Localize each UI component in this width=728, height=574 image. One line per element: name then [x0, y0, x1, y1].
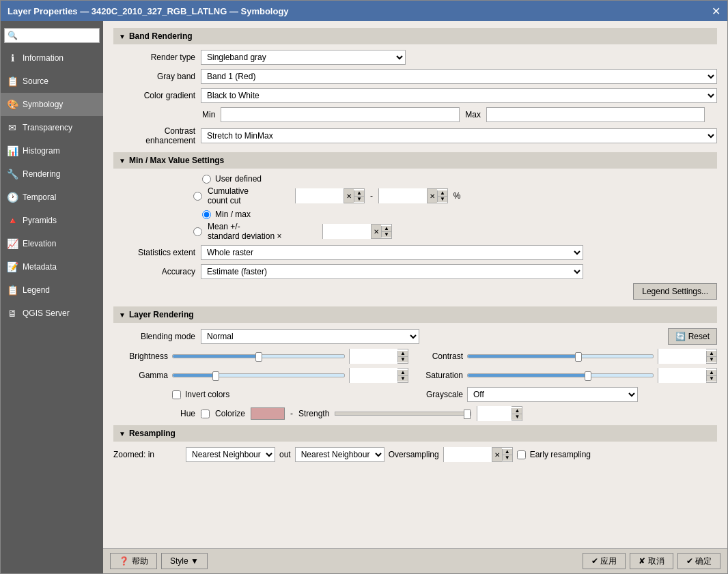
- gamma-input[interactable]: 1.00: [350, 368, 397, 383]
- strength-thumb[interactable]: [464, 410, 471, 419]
- sidebar-item-metadata[interactable]: 📝 Metadata: [1, 255, 103, 278]
- early-resampling-checkbox[interactable]: [517, 450, 526, 459]
- sidebar-label-source: Source: [23, 76, 48, 86]
- statistics-extent-select[interactable]: Whole raster: [201, 245, 583, 260]
- cumulative-max-clear[interactable]: ✕: [427, 189, 437, 203]
- brightness-label: Brightness: [113, 351, 168, 361]
- brightness-down[interactable]: ▼: [398, 357, 408, 362]
- color-gradient-select[interactable]: Black to White: [201, 88, 717, 103]
- grayscale-select[interactable]: Off: [467, 387, 638, 402]
- cumulative-min-down[interactable]: ▼: [354, 197, 364, 202]
- mean-stddev-label: Mean +/- standard deviation ×: [208, 222, 317, 241]
- cumulative-radio[interactable]: [193, 192, 202, 201]
- cumulative-min-clear[interactable]: ✕: [344, 189, 354, 203]
- brightness-input[interactable]: 0: [350, 349, 397, 364]
- render-type-select[interactable]: Singleband gray: [201, 50, 406, 65]
- sidebar-item-information[interactable]: ℹ Information: [1, 46, 103, 70]
- gamma-slider-row: [172, 373, 345, 377]
- titlebar: Layer Properties — 3420C_2010_327_RGB_LA…: [1, 1, 727, 21]
- sidebar-item-histogram[interactable]: 📊 Histogram: [1, 139, 103, 162]
- invert-colors-checkbox[interactable]: [172, 390, 181, 399]
- colorize-color-picker[interactable]: [251, 407, 285, 420]
- resampling-header[interactable]: ▼ Resampling: [113, 425, 717, 442]
- blending-mode-select[interactable]: Normal: [201, 329, 419, 344]
- accuracy-select[interactable]: Estimate (faster): [201, 264, 583, 279]
- zoomed-out-label: out: [279, 450, 291, 459]
- legend-settings-button[interactable]: Legend Settings...: [633, 283, 717, 300]
- sidebar-label-symbology: Symbology: [23, 100, 63, 109]
- max-input[interactable]: 224: [486, 107, 705, 122]
- gamma-col: Gamma 1.00 ▲ ▼: [113, 368, 408, 383]
- gamma-track[interactable]: [172, 373, 345, 377]
- cumulative-max-down[interactable]: ▼: [438, 197, 447, 202]
- colorize-dash: -: [290, 409, 293, 418]
- mean-clear[interactable]: ✕: [371, 225, 381, 238]
- cumulative-max-input[interactable]: 98.0: [379, 188, 427, 203]
- strength-input[interactable]: 100%: [477, 406, 512, 421]
- colorize-checkbox[interactable]: [201, 410, 210, 418]
- saturation-down[interactable]: ▼: [707, 376, 716, 382]
- mean-down[interactable]: ▼: [382, 232, 391, 238]
- strength-track[interactable]: [335, 412, 471, 416]
- saturation-label: Saturation: [422, 371, 463, 380]
- sidebar-item-transparency[interactable]: ✉ Transparency: [1, 116, 103, 139]
- sidebar-item-rendering[interactable]: 🔧 Rendering: [1, 162, 103, 186]
- invert-colors-label: Invert colors: [185, 390, 229, 399]
- brightness-track[interactable]: [172, 354, 345, 358]
- strength-buttons: ▲ ▼: [512, 408, 522, 420]
- contrast-track[interactable]: [467, 354, 654, 358]
- sidebar-item-elevation[interactable]: 📈 Elevation: [1, 232, 103, 255]
- sidebar-item-temporal[interactable]: 🕐 Temporal: [1, 186, 103, 209]
- panel-scroll[interactable]: ▼ Band Rendering Render type Singleband …: [103, 21, 727, 548]
- zoomed-in-select[interactable]: Nearest Neighbour: [186, 447, 275, 462]
- min-input[interactable]: 20: [221, 107, 460, 122]
- apply-button[interactable]: ✔ 应用: [583, 553, 626, 569]
- render-type-row: Render type Singleband gray: [113, 50, 717, 65]
- cumulative-min-input[interactable]: 2.0: [296, 188, 344, 203]
- brightness-slider-row: [172, 354, 345, 358]
- sidebar-item-legend[interactable]: 📋 Legend: [1, 278, 103, 302]
- oversampling-down[interactable]: ▼: [503, 455, 512, 461]
- contrast-enhancement-select[interactable]: Stretch to MinMax: [201, 128, 717, 143]
- contrast-down[interactable]: ▼: [707, 357, 716, 362]
- sidebar-label-legend: Legend: [23, 285, 50, 295]
- reset-icon: 🔄: [675, 332, 686, 341]
- saturation-track[interactable]: [467, 373, 654, 377]
- mean-input[interactable]: 2.00: [323, 224, 371, 239]
- sidebar-item-source[interactable]: 📋 Source: [1, 70, 103, 93]
- style-label: Style: [170, 556, 188, 566]
- gamma-down[interactable]: ▼: [398, 376, 408, 382]
- contrast-input[interactable]: 0: [658, 349, 706, 364]
- band-rendering-arrow: ▼: [119, 33, 126, 40]
- user-defined-radio[interactable]: [202, 175, 211, 184]
- close-button[interactable]: ✕: [712, 5, 720, 18]
- sidebar-item-symbology[interactable]: 🎨 Symbology: [1, 93, 103, 116]
- oversampling-input[interactable]: 2.00: [444, 447, 492, 462]
- gray-band-select[interactable]: Band 1 (Red): [201, 69, 717, 84]
- zoomed-out-select[interactable]: Nearest Neighbour: [295, 447, 384, 462]
- band-rendering-header[interactable]: ▼ Band Rendering: [113, 28, 717, 44]
- search-input[interactable]: [4, 28, 100, 43]
- style-button[interactable]: Style ▼: [161, 553, 208, 569]
- cumulative-row: Cumulative count cut 2.0 ✕ ▲ ▼ - 98.0 ✕: [113, 186, 717, 205]
- cancel-button[interactable]: ✘ 取消: [630, 553, 673, 569]
- sidebar-item-pyramids[interactable]: 🔺 Pyramids: [1, 209, 103, 232]
- minmax-radio-row: Min / max: [113, 210, 717, 219]
- brightness-fill: [173, 355, 259, 358]
- reset-button[interactable]: 🔄 Reset: [668, 328, 717, 345]
- minmax-radio[interactable]: [202, 210, 211, 219]
- mean-stddev-radio[interactable]: [193, 227, 202, 236]
- saturation-thumb[interactable]: [585, 371, 591, 381]
- gamma-thumb[interactable]: [212, 371, 219, 381]
- minmax-settings-header[interactable]: ▼ Min / Max Value Settings: [113, 152, 717, 169]
- saturation-input[interactable]: 0: [658, 368, 706, 383]
- sidebar-item-qgis-server[interactable]: 🖥 QGIS Server: [1, 302, 103, 325]
- strength-down[interactable]: ▼: [512, 414, 522, 420]
- layer-rendering-header[interactable]: ▼ Layer Rendering: [113, 306, 717, 323]
- brightness-thumb[interactable]: [255, 352, 262, 362]
- ok-button[interactable]: ✔ 确定: [677, 553, 720, 569]
- contrast-thumb[interactable]: [575, 352, 582, 362]
- mean-stddev-row: Mean +/- standard deviation × 2.00 ✕ ▲ ▼: [113, 222, 717, 241]
- oversampling-clear[interactable]: ✕: [492, 448, 502, 461]
- help-button[interactable]: ❓ 帮助: [110, 553, 157, 569]
